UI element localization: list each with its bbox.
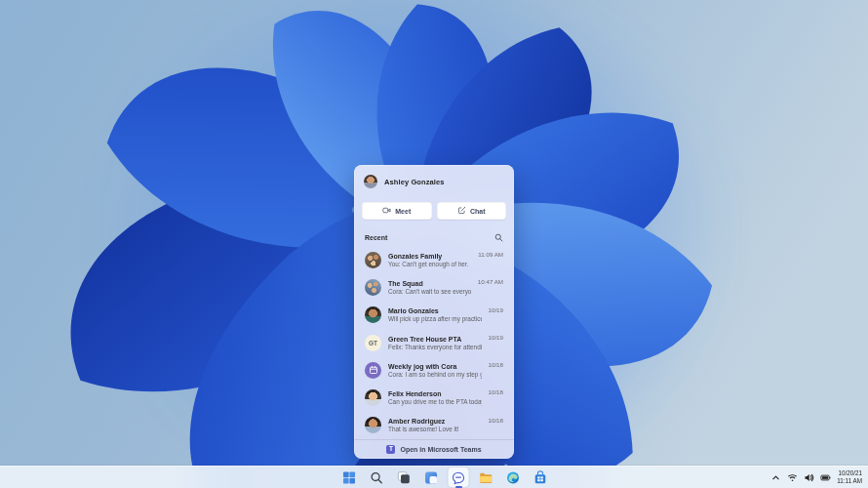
start-button[interactable] (339, 468, 360, 487)
hidden-icons-chevron-icon[interactable] (770, 472, 781, 483)
tray-time: 11:11 AM (837, 477, 862, 485)
conversation-name: Mario Gonzales (388, 306, 482, 315)
flyout-header: Ashley Gonzales (364, 172, 504, 191)
avatar (365, 417, 381, 433)
avatar-initials-text: GT (369, 340, 377, 346)
file-explorer-button[interactable] (476, 468, 496, 487)
open-in-teams-button[interactable]: T Open in Microsoft Teams (354, 439, 514, 459)
list-item[interactable]: Felix Henderson Can you drive me to the … (354, 384, 514, 411)
store-icon (533, 470, 548, 485)
edge-button[interactable] (503, 468, 524, 487)
chat-bubble-icon (452, 470, 466, 485)
search-button[interactable] (367, 468, 387, 487)
chat-button[interactable]: Chat (437, 202, 507, 220)
conversation-time: 10/18 (489, 417, 503, 424)
conversation-time: 10:47 AM (478, 278, 503, 285)
conversation-preview: Can you drive me to the PTA today? (388, 398, 482, 406)
tray-date: 10/20/21 (837, 469, 862, 477)
flyout-actions: Meet Chat (362, 202, 506, 220)
video-camera-icon (382, 206, 391, 216)
teams-logo-icon: T (386, 445, 395, 454)
teams-chat-button[interactable] (449, 468, 469, 487)
avatar (365, 279, 381, 296)
widgets-icon (424, 470, 439, 485)
search-icon[interactable] (494, 233, 503, 242)
conversation-name: Weekly jog with Cora (388, 362, 482, 371)
compose-icon (457, 206, 466, 216)
user-avatar[interactable] (364, 175, 377, 188)
conversation-list: Gonzales Family You: Can't get enough of… (354, 246, 514, 439)
conversation-time: 11:09 AM (478, 251, 503, 258)
conversation-name: Felix Henderson (388, 389, 482, 398)
conversation-time: 10/19 (489, 334, 503, 341)
conversation-preview: Cora: I am so behind on my step goals. (388, 371, 482, 379)
conversation-preview: Cora: Can't wait to see everyone! (388, 288, 471, 296)
folder-icon (479, 470, 493, 485)
battery-icon[interactable] (820, 472, 831, 483)
edge-icon (506, 470, 521, 485)
conversation-time: 10/18 (489, 388, 503, 395)
widgets-button[interactable] (421, 468, 442, 487)
windows-logo-icon (342, 470, 357, 485)
list-item[interactable]: Gonzales Family You: Can't get enough of… (354, 246, 514, 273)
conversation-name: The Squad (388, 279, 471, 288)
user-name: Ashley Gonzales (384, 178, 445, 186)
system-tray: 10/20/21 11:11 AM (770, 467, 864, 488)
conversation-time: 10/18 (489, 361, 503, 368)
chat-button-label: Chat (470, 208, 486, 215)
conversation-preview: That is awesome! Love it! (388, 426, 482, 433)
volume-icon[interactable] (804, 472, 814, 483)
conversation-name: Amber Rodriguez (388, 417, 482, 426)
meet-button[interactable]: Meet (362, 202, 432, 220)
task-view-icon (397, 470, 412, 485)
list-item[interactable]: Amber Rodriguez That is awesome! Love it… (354, 412, 514, 439)
avatar (365, 389, 381, 406)
conversation-preview: Felix: Thanks everyone for attending tod… (388, 344, 482, 351)
taskbar: 10/20/21 11:11 AM (0, 466, 868, 488)
recent-header: Recent (365, 231, 503, 243)
list-item[interactable]: Mario Gonzales Will pick up pizza after … (354, 302, 514, 329)
taskbar-clock[interactable]: 10/20/21 11:11 AM (837, 469, 864, 485)
list-item[interactable]: GT Green Tree House PTA Felix: Thanks ev… (354, 329, 514, 356)
avatar-initials: GT (365, 335, 381, 351)
teams-chat-flyout: Ashley Gonzales Meet (354, 165, 514, 459)
meet-button-label: Meet (395, 208, 411, 215)
conversation-preview: You: Can't get enough of her. (388, 261, 471, 268)
desktop: Ashley Gonzales Meet (0, 0, 868, 488)
conversation-time: 10/19 (489, 306, 503, 313)
taskbar-center-icons (339, 467, 551, 488)
avatar (365, 252, 381, 268)
calendar-icon (369, 365, 378, 375)
avatar-calendar (365, 362, 381, 379)
conversation-preview: Will pick up pizza after my practice. (388, 315, 482, 323)
conversation-name: Green Tree House PTA (388, 335, 482, 344)
microsoft-store-button[interactable] (531, 468, 551, 487)
avatar (365, 306, 381, 323)
recent-title: Recent (365, 234, 387, 241)
list-item[interactable]: Weekly jog with Cora Cora: I am so behin… (354, 356, 514, 384)
search-icon (370, 470, 384, 485)
wifi-icon[interactable] (787, 472, 798, 483)
open-in-teams-label: Open in Microsoft Teams (400, 446, 481, 453)
task-view-button[interactable] (394, 468, 414, 487)
list-item[interactable]: The Squad Cora: Can't wait to see everyo… (354, 273, 514, 301)
conversation-name: Gonzales Family (388, 252, 471, 261)
